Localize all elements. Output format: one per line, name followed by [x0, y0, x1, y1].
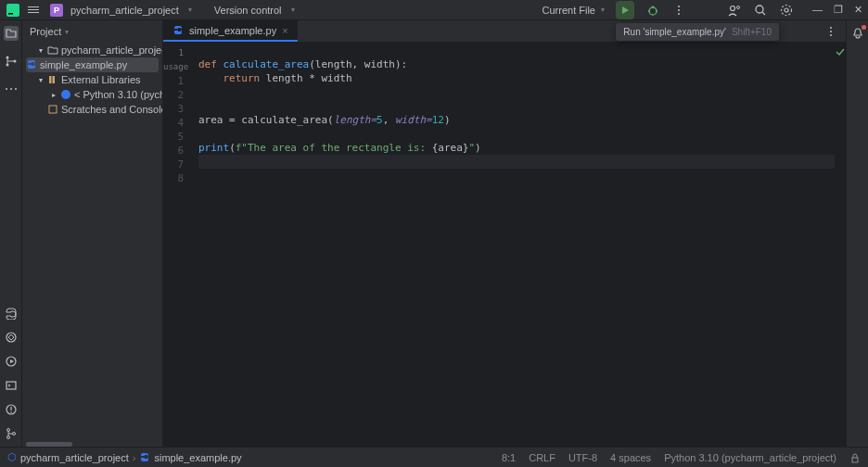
chevron-down-icon: ▾ [37, 76, 45, 84]
scratches-icon [47, 104, 58, 115]
settings-icon[interactable] [779, 3, 794, 18]
run-tooltip: Run 'simple_example.py' Shift+F10 [616, 23, 779, 41]
debug-button[interactable] [645, 3, 660, 18]
svg-point-35 [61, 90, 70, 99]
tooltip-shortcut: Shift+F10 [732, 27, 772, 37]
search-icon[interactable] [753, 3, 768, 18]
project-name[interactable]: pycharm_article_project [70, 5, 179, 16]
python-file-icon [172, 25, 184, 36]
svg-rect-1 [8, 13, 13, 15]
python-icon [60, 89, 71, 100]
breadcrumb[interactable]: ⬡ pycharm_article_project › simple_examp… [7, 451, 242, 463]
services-icon[interactable] [4, 354, 19, 369]
notification-dot [862, 25, 866, 30]
vcs-tool-icon[interactable] [4, 426, 19, 441]
run-button[interactable] [616, 1, 634, 19]
code-editor[interactable]: 1 usage 1 2 3 4 5 6 7 8 def calculate_ar… [163, 43, 846, 447]
run-config-label: Current File [542, 5, 595, 16]
project-panel: Project ▾ ▾ pycharm_article_project C:\U… [22, 20, 163, 447]
status-line-sep[interactable]: CRLF [529, 452, 555, 463]
library-icon [47, 74, 58, 85]
close-icon[interactable]: × [282, 25, 287, 36]
window-restore[interactable]: ❐ [834, 4, 843, 16]
svg-rect-40 [852, 458, 858, 462]
tree-file-selected[interactable]: simple_example.py [26, 57, 159, 72]
svg-point-3 [649, 7, 657, 15]
line-number: 3 [163, 102, 184, 116]
breadcrumb-file[interactable]: simple_example.py [154, 452, 241, 463]
svg-point-9 [678, 13, 680, 15]
project-panel-header[interactable]: Project ▾ [22, 20, 162, 43]
svg-marker-2 [622, 6, 629, 14]
inspection-marker-strip[interactable] [835, 43, 846, 447]
tab-more-icon[interactable] [823, 24, 838, 39]
status-caret-pos[interactable]: 8:1 [502, 452, 516, 463]
statusbar: ⬡ pycharm_article_project › simple_examp… [0, 447, 868, 467]
project-badge: P [50, 4, 63, 17]
window-close[interactable]: ✕ [854, 4, 862, 16]
svg-rect-34 [53, 76, 56, 83]
python-packages-icon[interactable] [4, 330, 19, 345]
notifications-icon[interactable] [850, 26, 865, 41]
svg-point-8 [678, 9, 680, 11]
more-tool-icon[interactable] [4, 82, 19, 96]
editor-area: simple_example.py × 1 usage 1 2 3 4 5 6 … [163, 20, 846, 447]
usage-hint[interactable]: 1 usage [163, 46, 184, 74]
status-interpreter[interactable]: Python 3.10 (pycharm_article_project) [664, 452, 836, 463]
project-tool-icon[interactable] [4, 26, 19, 41]
pycharm-logo-icon[interactable] [6, 3, 20, 18]
nav-back-icon[interactable]: ⬡ [7, 451, 17, 463]
svg-point-38 [830, 31, 832, 32]
line-number: 1 [163, 74, 184, 88]
tree-root-name: pycharm_article_project [61, 44, 162, 56]
svg-point-7 [678, 6, 680, 7]
tree-external-libs[interactable]: ▾ External Libraries [22, 72, 162, 87]
project-tree: ▾ pycharm_article_project C:\Users simpl… [22, 43, 162, 440]
status-readonly-icon[interactable] [849, 452, 861, 463]
editor-gutter: 1 usage 1 2 3 4 5 6 7 8 [163, 43, 191, 447]
breadcrumb-root[interactable]: pycharm_article_project [20, 452, 129, 463]
problems-icon[interactable] [4, 402, 19, 417]
chevron-down-icon: ▾ [65, 28, 69, 36]
horizontal-scrollbar[interactable] [26, 442, 72, 447]
window-minimize[interactable]: — [812, 4, 823, 16]
tree-python-label: < Python 3.10 (pycharm_article_p [74, 89, 162, 100]
tree-scratches[interactable]: Scratches and Consoles [22, 102, 162, 117]
left-tool-rail [0, 20, 22, 447]
chevron-down-icon[interactable]: ▾ [291, 6, 295, 14]
status-encoding[interactable]: UTF-8 [568, 452, 597, 463]
python-console-icon[interactable] [4, 306, 19, 321]
svg-point-10 [731, 6, 735, 10]
svg-point-15 [782, 5, 792, 15]
chevron-down-icon: ▾ [37, 46, 45, 55]
run-config-selector[interactable]: Current File ▾ [542, 5, 605, 16]
svg-point-29 [10, 411, 12, 413]
line-number: 6 [163, 144, 184, 158]
tree-python-env[interactable]: ▸ < Python 3.10 (pycharm_article_p [22, 87, 162, 102]
svg-rect-36 [49, 106, 57, 113]
vcs-menu[interactable]: Version control [214, 5, 282, 16]
line-number: 4 [163, 116, 184, 130]
chevron-down-icon: ▾ [601, 6, 605, 14]
status-indent[interactable]: 4 spaces [610, 452, 651, 463]
editor-tab-active[interactable]: simple_example.py × [163, 20, 298, 42]
code-body[interactable]: def calculate_area(length, width): retur… [191, 43, 835, 447]
line-number: 7 [163, 158, 184, 171]
svg-rect-33 [49, 76, 52, 83]
more-icon[interactable] [671, 3, 686, 18]
svg-point-11 [737, 6, 740, 8]
python-file-icon [139, 452, 150, 463]
main-menu-icon[interactable] [28, 3, 43, 18]
terminal-icon[interactable] [4, 378, 19, 393]
svg-point-12 [756, 6, 763, 13]
structure-tool-icon[interactable] [4, 54, 19, 69]
svg-rect-0 [6, 4, 19, 17]
inspection-ok-icon [835, 46, 846, 57]
tree-root[interactable]: ▾ pycharm_article_project C:\Users [22, 43, 162, 57]
line-number: 2 [163, 88, 184, 102]
line-number: 5 [163, 130, 184, 144]
chevron-down-icon[interactable]: ▾ [188, 6, 192, 14]
code-with-me-icon[interactable] [727, 3, 742, 18]
tab-label: simple_example.py [189, 25, 276, 36]
folder-icon [47, 44, 58, 56]
